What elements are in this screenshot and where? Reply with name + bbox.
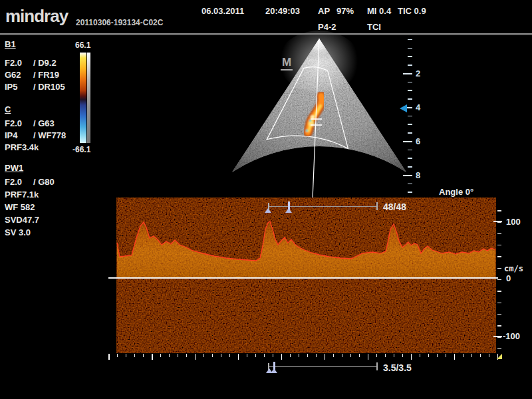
cine-start-marker [265,208,271,213]
pw-sv-size: SV 3.0 [5,227,31,237]
colorbar-min-label: -66.1 [72,145,90,154]
velocity-tick-neg100 [493,336,502,337]
ultrasound-screen: mindray 20110306-193134-C02C 06.03.2011 … [0,0,532,399]
c-gain: / G63 [33,118,55,128]
b-framerate: / FR19 [33,70,59,80]
c-prf: PRF3.4k [5,142,39,152]
c-ip: IP4 [5,130,18,140]
depth-tick-2 [403,73,412,74]
color-section-title: C [5,104,11,114]
velocity-zero-label: 0 [506,273,511,283]
doppler-baseline[interactable] [108,277,498,279]
velocity-unit-label: cm/s [504,264,523,273]
mi-value: MI 0.4 [367,6,391,16]
exam-id: 20110306-193134-C02C [76,18,163,27]
frame-counter: 48/48 [383,201,406,212]
sweep-cursor-base [271,368,277,373]
colorbar-max-label: 66.1 [75,41,90,50]
header-separator [0,33,532,35]
date-label: 06.03.2011 [201,6,244,16]
time-label: 20:49:03 [265,6,300,16]
b-mode-section-title: B1 [5,39,16,49]
b-gain: G62 [5,70,21,80]
b-depth: / D9.2 [33,58,57,68]
sweep-position-icon [497,354,502,359]
velocity-tick-100 [493,221,502,222]
depth-label-6: 6 [416,136,420,146]
pw-prf: PRF7.1k [5,190,39,200]
b-dynamic-range: / DR105 [33,82,65,92]
b-freq: F2.0 [5,58,22,68]
depth-ruler [408,39,412,197]
velocity-ruler [497,210,501,352]
grayscale-bar [87,53,90,143]
tic-value: TIC 0.9 [398,6,426,16]
depth-tick-6 [403,141,412,142]
mindray-logo: mindray [5,6,68,27]
pw-sv-depth: SVD47.7 [5,215,39,225]
b-ip: IP5 [5,82,18,92]
pw-freq: F2.0 [5,177,22,187]
orientation-marker: M [281,56,293,70]
imaging-mode-label: TCI [367,22,381,32]
pw-section-title: PW1 [5,163,23,173]
sweep-speed-label: 3.5/3.5 [383,362,412,373]
acoustic-power-value: 97% [336,6,354,16]
pw-wall-filter: WF 582 [5,202,35,212]
focus-marker-icon[interactable] [400,104,407,112]
probe-label: P4-2 [318,22,336,32]
velocity-max-label: 100 [506,217,521,227]
c-wall-filter: / WF778 [33,130,66,140]
depth-label-2: 2 [416,68,420,78]
color-velocity-bar [80,53,86,143]
depth-label-8: 8 [416,170,420,180]
cine-cursor-base [285,208,292,213]
depth-label-4: 4 [416,102,420,112]
depth-tick-8 [403,175,412,176]
pw-gain: / G80 [33,177,55,187]
angle-label: Angle 0° [439,187,473,197]
time-ruler-major [108,354,498,360]
velocity-min-label: -100 [503,331,520,341]
c-freq: F2.0 [5,118,22,128]
acoustic-power-label: AP [318,6,330,16]
